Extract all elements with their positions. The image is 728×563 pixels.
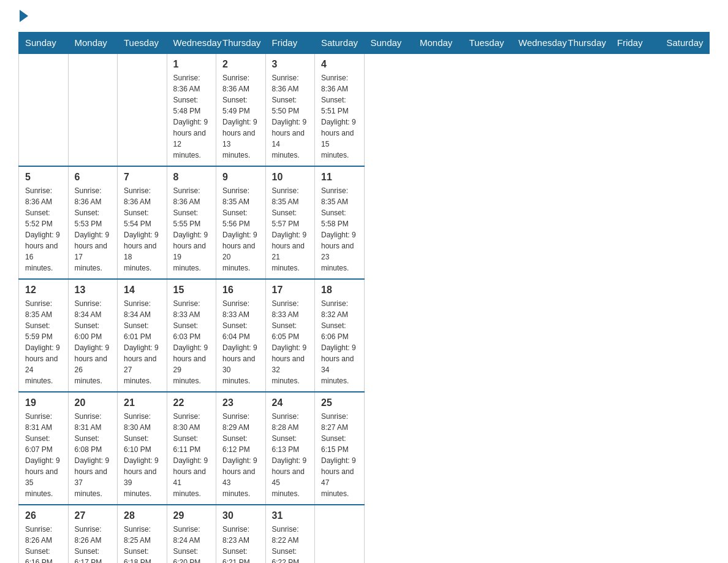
week-row-1: 1Sunrise: 8:36 AM Sunset: 5:48 PM Daylig… [19,53,710,166]
day-cell: 11Sunrise: 8:35 AM Sunset: 5:58 PM Dayli… [315,166,365,279]
day-number: 21 [124,397,161,408]
day-header-saturday: Saturday [315,33,365,54]
day-number: 13 [75,285,112,296]
col-header-saturday: Saturday [660,33,710,54]
day-cell: 30Sunrise: 8:23 AM Sunset: 6:21 PM Dayli… [216,505,266,563]
day-info: Sunrise: 8:27 AM Sunset: 6:15 PM Dayligh… [321,411,358,499]
col-header-friday: Friday [611,33,661,54]
day-number: 6 [75,172,112,183]
day-info: Sunrise: 8:30 AM Sunset: 6:11 PM Dayligh… [173,411,210,499]
day-info: Sunrise: 8:34 AM Sunset: 6:00 PM Dayligh… [75,298,112,386]
day-cell: 18Sunrise: 8:32 AM Sunset: 6:06 PM Dayli… [315,279,365,392]
day-cell: 26Sunrise: 8:26 AM Sunset: 6:16 PM Dayli… [19,505,69,563]
day-header-tuesday: Tuesday [118,33,167,54]
day-info: Sunrise: 8:33 AM Sunset: 6:04 PM Dayligh… [222,298,259,386]
day-cell: 28Sunrise: 8:25 AM Sunset: 6:18 PM Dayli… [118,505,167,563]
day-number: 9 [222,172,259,183]
day-cell: 17Sunrise: 8:33 AM Sunset: 6:05 PM Dayli… [265,279,315,392]
day-number: 28 [124,510,161,521]
day-info: Sunrise: 8:31 AM Sunset: 6:07 PM Dayligh… [25,411,62,499]
day-info: Sunrise: 8:35 AM Sunset: 5:57 PM Dayligh… [272,185,309,274]
day-number: 24 [272,397,309,408]
week-row-2: 5Sunrise: 8:36 AM Sunset: 5:52 PM Daylig… [19,166,710,279]
day-info: Sunrise: 8:36 AM Sunset: 5:53 PM Dayligh… [75,185,112,274]
col-header-thursday: Thursday [561,33,611,54]
day-number: 23 [222,397,259,408]
day-info: Sunrise: 8:36 AM Sunset: 5:51 PM Dayligh… [321,72,358,161]
day-number: 19 [25,397,62,408]
day-number: 7 [124,172,161,183]
day-number: 15 [173,285,210,296]
day-cell: 25Sunrise: 8:27 AM Sunset: 6:15 PM Dayli… [315,392,365,505]
day-header-friday: Friday [265,33,315,54]
day-cell: 24Sunrise: 8:28 AM Sunset: 6:13 PM Dayli… [265,392,315,505]
day-cell: 13Sunrise: 8:34 AM Sunset: 6:00 PM Dayli… [68,279,118,392]
day-info: Sunrise: 8:33 AM Sunset: 6:05 PM Dayligh… [272,298,309,386]
header-row: SundayMondayTuesdayWednesdayThursdayFrid… [19,33,710,54]
col-header-monday: Monday [414,33,463,54]
day-info: Sunrise: 8:36 AM Sunset: 5:52 PM Dayligh… [25,185,62,274]
day-info: Sunrise: 8:35 AM Sunset: 5:56 PM Dayligh… [222,185,259,274]
week-row-4: 19Sunrise: 8:31 AM Sunset: 6:07 PM Dayli… [19,392,710,505]
day-info: Sunrise: 8:26 AM Sunset: 6:16 PM Dayligh… [25,524,62,563]
day-info: Sunrise: 8:28 AM Sunset: 6:13 PM Dayligh… [272,411,309,499]
day-cell: 21Sunrise: 8:30 AM Sunset: 6:10 PM Dayli… [118,392,167,505]
day-header-sunday: Sunday [19,33,69,54]
day-info: Sunrise: 8:36 AM Sunset: 5:50 PM Dayligh… [272,72,309,161]
day-cell: 20Sunrise: 8:31 AM Sunset: 6:08 PM Dayli… [68,392,118,505]
day-info: Sunrise: 8:26 AM Sunset: 6:17 PM Dayligh… [75,524,112,563]
day-cell: 15Sunrise: 8:33 AM Sunset: 6:03 PM Dayli… [167,279,216,392]
week-row-3: 12Sunrise: 8:35 AM Sunset: 5:59 PM Dayli… [19,279,710,392]
day-cell: 9Sunrise: 8:35 AM Sunset: 5:56 PM Daylig… [216,166,266,279]
day-number: 1 [173,59,210,70]
day-number: 31 [272,510,309,521]
day-number: 27 [75,510,112,521]
day-info: Sunrise: 8:36 AM Sunset: 5:49 PM Dayligh… [222,72,259,161]
day-number: 2 [222,59,259,70]
page-header [18,12,710,20]
day-cell: 5Sunrise: 8:36 AM Sunset: 5:52 PM Daylig… [19,166,69,279]
day-info: Sunrise: 8:36 AM Sunset: 5:48 PM Dayligh… [173,72,210,161]
day-cell: 29Sunrise: 8:24 AM Sunset: 6:20 PM Dayli… [167,505,216,563]
day-cell: 16Sunrise: 8:33 AM Sunset: 6:04 PM Dayli… [216,279,266,392]
day-number: 25 [321,397,358,408]
day-cell: 19Sunrise: 8:31 AM Sunset: 6:07 PM Dayli… [19,392,69,505]
day-info: Sunrise: 8:25 AM Sunset: 6:18 PM Dayligh… [124,524,161,563]
week-row-5: 26Sunrise: 8:26 AM Sunset: 6:16 PM Dayli… [19,505,710,563]
day-info: Sunrise: 8:30 AM Sunset: 6:10 PM Dayligh… [124,411,161,499]
day-info: Sunrise: 8:29 AM Sunset: 6:12 PM Dayligh… [222,411,259,499]
day-cell: 2Sunrise: 8:36 AM Sunset: 5:49 PM Daylig… [216,53,266,166]
day-number: 20 [75,397,112,408]
day-cell [118,53,167,166]
day-cell: 4Sunrise: 8:36 AM Sunset: 5:51 PM Daylig… [315,53,365,166]
day-info: Sunrise: 8:36 AM Sunset: 5:54 PM Dayligh… [124,185,161,274]
day-info: Sunrise: 8:34 AM Sunset: 6:01 PM Dayligh… [124,298,161,386]
day-cell: 12Sunrise: 8:35 AM Sunset: 5:59 PM Dayli… [19,279,69,392]
day-info: Sunrise: 8:35 AM Sunset: 5:58 PM Dayligh… [321,185,358,274]
day-number: 5 [25,172,62,183]
logo-arrow-icon [20,10,28,22]
day-number: 18 [321,285,358,296]
day-cell: 3Sunrise: 8:36 AM Sunset: 5:50 PM Daylig… [265,53,315,166]
day-cell: 27Sunrise: 8:26 AM Sunset: 6:17 PM Dayli… [68,505,118,563]
day-number: 12 [25,285,62,296]
day-number: 14 [124,285,161,296]
day-cell [19,53,69,166]
col-header-wednesday: Wednesday [512,33,562,54]
day-cell [315,505,365,563]
day-cell: 31Sunrise: 8:22 AM Sunset: 6:22 PM Dayli… [265,505,315,563]
day-number: 30 [222,510,259,521]
day-cell: 7Sunrise: 8:36 AM Sunset: 5:54 PM Daylig… [118,166,167,279]
day-number: 4 [321,59,358,70]
day-number: 3 [272,59,309,70]
day-cell: 23Sunrise: 8:29 AM Sunset: 6:12 PM Dayli… [216,392,266,505]
day-number: 22 [173,397,210,408]
day-info: Sunrise: 8:33 AM Sunset: 6:03 PM Dayligh… [173,298,210,386]
day-cell: 22Sunrise: 8:30 AM Sunset: 6:11 PM Dayli… [167,392,216,505]
day-cell [68,53,118,166]
day-cell: 8Sunrise: 8:36 AM Sunset: 5:55 PM Daylig… [167,166,216,279]
calendar-table: SundayMondayTuesdayWednesdayThursdayFrid… [18,32,710,563]
col-header-tuesday: Tuesday [463,33,512,54]
day-header-monday: Monday [68,33,118,54]
day-info: Sunrise: 8:24 AM Sunset: 6:20 PM Dayligh… [173,524,210,563]
